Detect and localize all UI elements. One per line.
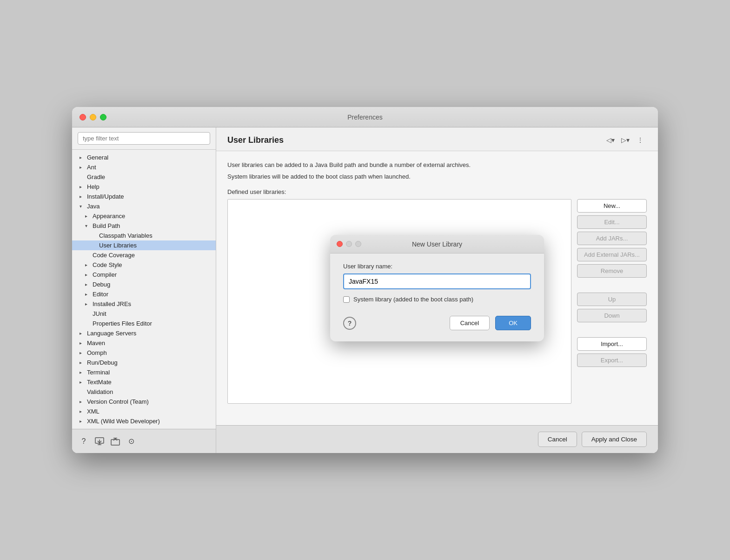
main-body: ▸General▸AntGradle▸Help▸Install/Update▾J…: [72, 127, 658, 453]
sidebar-item-install-update[interactable]: ▸Install/Update: [72, 192, 216, 201]
sidebar-item-label-language-servers: Language Servers: [87, 330, 136, 337]
sidebar-item-code-coverage[interactable]: Code Coverage: [72, 250, 216, 260]
expand-arrow-icon: ▸: [80, 194, 85, 199]
expand-arrow-icon: ▸: [85, 301, 91, 307]
sidebar-item-xml[interactable]: ▸XML: [72, 407, 216, 416]
sidebar-item-run-debug[interactable]: ▸Run/Debug: [72, 358, 216, 367]
modal-window-controls: [337, 241, 361, 247]
new-user-library-dialog: New User Library User library name: Syst…: [330, 235, 544, 341]
modal-help-icon[interactable]: ?: [343, 317, 356, 330]
expand-arrow-icon: ▸: [80, 419, 85, 424]
import-icon[interactable]: [94, 436, 105, 447]
content-area: User Libraries ◁▾ ▷▾ ⋮ User libraries ca…: [216, 127, 658, 453]
sidebar-item-debug[interactable]: ▸Debug: [72, 280, 216, 289]
apply-and-close-button[interactable]: Apply and Close: [582, 432, 647, 447]
sidebar-item-label-code-coverage: Code Coverage: [93, 252, 135, 259]
library-name-input[interactable]: [343, 273, 531, 289]
minimize-button[interactable]: [90, 114, 96, 120]
sidebar-item-properties-files-editor[interactable]: Properties Files Editor: [72, 319, 216, 328]
sidebar-item-label-debug: Debug: [93, 281, 110, 288]
window-controls: [80, 114, 106, 120]
modal-minimize-button[interactable]: [346, 241, 352, 247]
sidebar-item-label-install-update: Install/Update: [87, 193, 124, 200]
sidebar-item-junit[interactable]: JUnit: [72, 309, 216, 319]
sidebar-item-label-general: General: [87, 154, 108, 161]
expand-arrow-icon: ▸: [80, 184, 85, 189]
search-input[interactable]: [78, 132, 210, 145]
sidebar-item-installed-jres[interactable]: ▸Installed JREs: [72, 299, 216, 309]
sidebar-item-general[interactable]: ▸General: [72, 153, 216, 162]
expand-arrow-icon: ▸: [80, 409, 85, 414]
expand-arrow-icon: ▸: [85, 262, 91, 267]
sidebar-item-build-path[interactable]: ▾Build Path: [72, 221, 216, 231]
header-actions: ◁▾ ▷▾ ⋮: [604, 135, 647, 145]
sidebar-item-appearance[interactable]: ▸Appearance: [72, 211, 216, 221]
collapse-arrow-icon: ▾: [80, 204, 85, 209]
sidebar-item-label-terminal: Terminal: [87, 369, 110, 376]
expand-arrow-icon: ▸: [80, 399, 85, 404]
sidebar-item-label-run-debug: Run/Debug: [87, 359, 118, 366]
modal-titlebar: New User Library: [330, 235, 544, 253]
expand-arrow-icon: ▸: [85, 272, 91, 277]
cancel-button[interactable]: Cancel: [538, 432, 577, 447]
help-icon[interactable]: ?: [79, 436, 89, 447]
sidebar-item-help[interactable]: ▸Help: [72, 182, 216, 192]
sidebar-item-label-appearance: Appearance: [93, 213, 125, 220]
expand-arrow-icon: ▸: [80, 340, 85, 346]
sidebar-item-label-junit: JUnit: [93, 310, 106, 317]
sidebar-item-label-compiler: Compiler: [93, 271, 117, 278]
export-icon[interactable]: [110, 436, 120, 447]
sidebar-item-label-java: Java: [87, 203, 100, 210]
sidebar-item-version-control[interactable]: ▸Version Control (Team): [72, 397, 216, 407]
expand-arrow-icon: ▸: [85, 213, 91, 219]
content-header: User Libraries ◁▾ ▷▾ ⋮: [216, 127, 658, 151]
modal-cancel-button[interactable]: Cancel: [450, 316, 490, 330]
sidebar-item-validation[interactable]: Validation: [72, 387, 216, 397]
sidebar-item-ant[interactable]: ▸Ant: [72, 162, 216, 172]
modal-close-button[interactable]: [337, 241, 343, 247]
sidebar-item-java[interactable]: ▾Java: [72, 201, 216, 211]
maximize-button[interactable]: [100, 114, 106, 120]
sidebar-item-xml-wild[interactable]: ▸XML (Wild Web Developer): [72, 416, 216, 426]
more-icon[interactable]: ⋮: [634, 135, 647, 145]
system-library-checkbox[interactable]: [343, 296, 350, 303]
modal-ok-button[interactable]: OK: [495, 316, 531, 330]
close-button[interactable]: [80, 114, 86, 120]
sidebar-item-label-user-libraries: User Libraries: [99, 242, 137, 249]
sidebar-item-label-installed-jres: Installed JREs: [93, 300, 131, 307]
sidebar-item-gradle[interactable]: Gradle: [72, 172, 216, 182]
collapse-arrow-icon: ▾: [85, 223, 91, 228]
expand-arrow-icon: ▸: [80, 350, 85, 355]
sidebar-item-maven[interactable]: ▸Maven: [72, 338, 216, 348]
expand-arrow-icon: ▸: [80, 370, 85, 375]
settings-icon[interactable]: ⊙: [126, 436, 136, 447]
sidebar-item-label-gradle: Gradle: [87, 173, 105, 180]
sidebar-item-label-maven: Maven: [87, 340, 105, 347]
sidebar-item-classpath-variables[interactable]: Classpath Variables: [72, 231, 216, 240]
sidebar-item-code-style[interactable]: ▸Code Style: [72, 260, 216, 270]
expand-arrow-icon: ▸: [80, 380, 85, 385]
sidebar-item-terminal[interactable]: ▸Terminal: [72, 367, 216, 377]
sidebar-item-user-libraries[interactable]: User Libraries: [72, 240, 216, 250]
sidebar-item-label-version-control: Version Control (Team): [87, 398, 149, 405]
sidebar-item-editor[interactable]: ▸Editor: [72, 289, 216, 299]
sidebar-item-compiler[interactable]: ▸Compiler: [72, 270, 216, 280]
svg-rect-4: [111, 440, 119, 445]
sidebar-tree: ▸General▸AntGradle▸Help▸Install/Update▾J…: [72, 150, 216, 429]
back-icon[interactable]: ◁▾: [604, 135, 617, 145]
expand-arrow-icon: ▸: [85, 292, 91, 297]
preferences-window: Preferences ▸General▸AntGradle▸Help▸Inst…: [72, 107, 658, 453]
sidebar-item-label-properties-files-editor: Properties Files Editor: [93, 320, 152, 327]
expand-arrow-icon: ▸: [85, 282, 91, 287]
modal-maximize-button[interactable]: [355, 241, 361, 247]
field-label: User library name:: [343, 263, 531, 270]
sidebar-footer: ?: [72, 429, 216, 453]
sidebar-item-label-xml-wild: XML (Wild Web Developer): [87, 418, 160, 425]
system-library-label: System library (added to the boot class …: [353, 296, 473, 303]
sidebar-item-language-servers[interactable]: ▸Language Servers: [72, 328, 216, 338]
sidebar-item-label-help: Help: [87, 183, 100, 190]
sidebar-item-textmate[interactable]: ▸TextMate: [72, 377, 216, 387]
sidebar-item-oomph[interactable]: ▸Oomph: [72, 348, 216, 358]
forward-icon[interactable]: ▷▾: [619, 135, 632, 145]
sidebar-search-area: [72, 127, 216, 150]
